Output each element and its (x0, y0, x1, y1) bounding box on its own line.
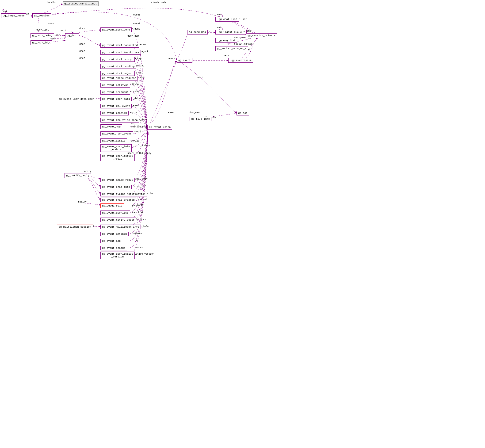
label-privatedata: private_data (150, 1, 167, 4)
node-gg-event-chat-info-update: gg_event_chat_info_update (100, 144, 132, 152)
node-gg-file-info: gg_file_info (190, 117, 211, 121)
node-gg-event-dcc-voice-data: gg_event_dcc_voice_data (100, 118, 139, 122)
label-event-2: event (133, 22, 140, 25)
node-gg-dcc7-id-t: gg_dcc7_id_t (31, 40, 52, 45)
node-gg-event-dcc7-connected: gg_event_dcc7_connected (100, 43, 139, 48)
node-gg-event-xml-event: gg_event_xml_event (100, 104, 132, 108)
node-gg-event: gg_event (177, 58, 192, 63)
label-next-1: next (2, 10, 8, 13)
diagram-container: handler next images sess dcc7_list next … (0, 0, 485, 448)
label-event-1: event (133, 14, 140, 16)
node-gg-session-private: gg_session_private (246, 33, 277, 38)
label-msg: msg (131, 122, 135, 125)
label-notify-1: notify (83, 170, 91, 173)
node-gg-dcc7: gg_dcc7 (65, 33, 79, 38)
label-next-3: next (216, 13, 222, 16)
label-event-3: event (168, 57, 175, 60)
node-gg-session: gg_session (32, 13, 51, 18)
svg-line-4 (148, 61, 177, 128)
label-event-5: event (168, 112, 175, 114)
node-gg-event-chat-invite-ack: gg_event_chat_invite_ack (100, 50, 141, 55)
node-gg-event-union: gg_event_union (147, 125, 172, 129)
node-gg-socket-manager-t: gg_socket_manager_t (215, 46, 248, 51)
svg-line-3 (54, 40, 65, 42)
label-imtoken: imtoken (132, 232, 142, 235)
node-gg-imgout-queue-t: _gg_imgout_queue_t (215, 30, 246, 34)
edges-svg (0, 0, 485, 448)
node-gg-event-ack: gg_event_ack (100, 239, 122, 243)
label-sess: sess (48, 22, 54, 25)
node-gg-dcc7-relay: gg_dcc7_relay (31, 33, 54, 38)
label-dcc7-3: dcc7 (79, 50, 85, 53)
label-socketmanager: socket_manager (234, 43, 254, 45)
label-dcc7list: dcc7_list (36, 29, 49, 31)
label-dcc7-1: dcc7 (79, 27, 85, 30)
node-gg-multilogon-session: gg_multilogon_session (57, 224, 93, 229)
node-gg-event-imtoken: gg_event_imtoken (100, 232, 129, 236)
node-gg-event-userlist: gg_event_userlist (100, 210, 130, 215)
label-pubdir50: pubdir50 (132, 204, 143, 207)
label-handler: handler (47, 1, 57, 4)
label-dcc7-4: dcc7 (79, 57, 85, 60)
node-gg-event-dcc7-accept: gg_event_dcc7_accept (100, 57, 135, 62)
label-next-4: next (216, 26, 222, 29)
label-dccnew: dcc_new (190, 112, 199, 114)
label-event-4: event (197, 76, 204, 79)
node-gg-pubdir50-s: gg_pubdir50_s (100, 203, 124, 208)
node-gg-send-msg: gg_send_msg (187, 30, 208, 34)
node-gg-notify-reply: gg_notify_reply (64, 173, 91, 178)
label-userlist: userlist (132, 211, 143, 214)
label-ack: ack (136, 239, 140, 242)
node-gg-event-dcc7-pending: gg_event_dcc7_pending (100, 64, 136, 69)
node-gg-dcc: gg_dcc (237, 111, 249, 115)
node-gg-event-notify60: gg_event_notify60 (100, 83, 130, 88)
node-gg-event-image-reply: gg_event_image_reply (100, 178, 135, 182)
node-gg-event-userlist100-reply: gg_event_userlist100_reply (100, 154, 135, 161)
node-gg-event-chat-created: gg_event_chat_created (100, 198, 136, 202)
node-gg-chat-list: _gg_chat_list (215, 17, 239, 22)
label-next-2: next (61, 29, 66, 32)
label-notify-2: notify (78, 201, 87, 203)
label-ack110: ack110 (131, 140, 139, 142)
node-gg-event-status: gg_event_status (100, 246, 127, 250)
node-gg-eventqueue: _gg_eventqueue (228, 58, 253, 63)
node-gg-event-multilogon-info: gg_event_multilogon_info (100, 224, 141, 229)
node-gg-event-pong110: gg_event_pong110 (100, 111, 129, 115)
node-gg-event-ack110: gg_event_ack110 (100, 138, 127, 143)
node-gg-event-image-request: gg_event_image_request (100, 76, 138, 80)
node-gg-event-userlist100-version: gg_event_userlist100_version (100, 252, 135, 259)
node-gg-event-user-data: gg_event_user_data (100, 97, 132, 101)
label-pong110: pong110 (127, 112, 137, 114)
svg-line-2 (54, 38, 65, 39)
node-gg-event-status60: gg_event_status60 (100, 90, 130, 95)
label-dcc7-2: dcc7 (79, 43, 85, 46)
label-chatinfo: chat_info (135, 185, 147, 188)
node-gg-event-typing-notification: gg_event_typing_notification (100, 192, 147, 196)
node-gg-event-chat-info: gg_event_chat_info (100, 185, 132, 189)
node-gg-image-queue: gg_image_queue (1, 13, 26, 18)
node-gg-event-notify-descr: gg_event_notify_descr (100, 217, 136, 222)
label-next-6: next (224, 55, 229, 57)
label-dcc7new: dcc7_new (127, 35, 139, 37)
label-status: status (135, 246, 143, 249)
node-gg-event-dcc7-done: gg_event_dcc7_done (100, 27, 132, 32)
node-gg-state-transition-t: gg_state_transition_t (63, 1, 99, 6)
node-gg-event-user-data-user: gg_event_user_data_user (57, 97, 96, 101)
node-gg-msg-list: _gg_msg_list (215, 38, 237, 43)
node-gg-event-dcc7-reject: gg_event_dcc7_reject (100, 71, 135, 76)
node-gg-event-msg: gg_event_msg (100, 124, 122, 129)
node-gg-event-json-event: gg_event_json_event (100, 131, 133, 136)
